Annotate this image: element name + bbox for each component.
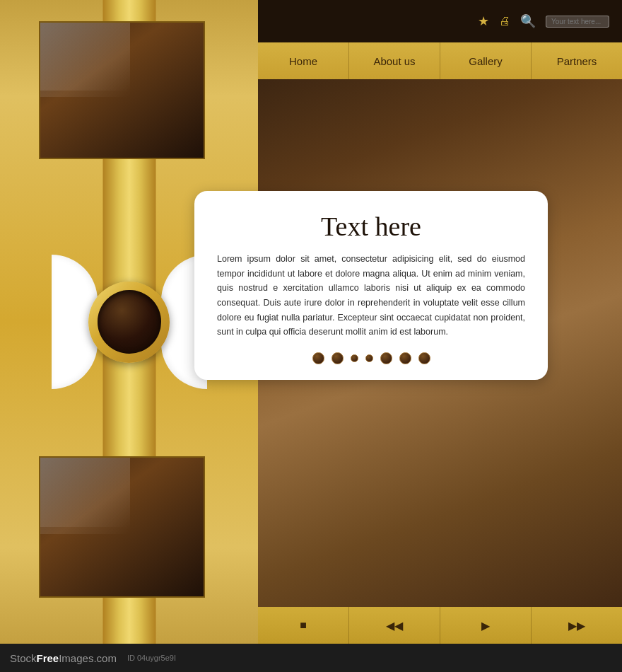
nav-item-partners[interactable]: Partners [532,42,622,79]
page-wrapper: ★ 🖨 🔍 Home About us Gallery Partners Tex… [0,0,622,672]
dot-4[interactable] [365,354,373,362]
circle-dark-center [98,290,161,354]
content-title: Text here [217,211,525,242]
nav-item-about[interactable]: About us [349,42,440,79]
watermark-id: ID 04uygr5e9I [127,654,176,662]
watermark-text: StockFreeImages.com [10,652,117,664]
bottom-photo-frame [39,456,205,598]
dot-7[interactable] [418,352,430,364]
header-bar: ★ 🖨 🔍 [258,0,622,42]
right-panel: ★ 🖨 🔍 Home About us Gallery Partners Tex… [258,0,622,644]
print-icon[interactable]: 🖨 [499,15,510,28]
rewind-button[interactable]: ◀◀ [349,607,440,644]
circle-gold-ring [88,282,170,363]
content-box: Text here Lorem ipsum dolor sit amet, co… [194,191,548,380]
dot-indicators [217,352,525,364]
watermark-bar: StockFreeImages.com ID 04uygr5e9I [0,644,622,672]
stop-button[interactable]: ■ [258,607,349,644]
search-input[interactable] [546,16,609,28]
dot-6[interactable] [399,352,411,364]
fast-forward-button[interactable]: ▶▶ [532,607,622,644]
top-photo-frame [39,21,205,159]
circle-assembly [59,258,200,386]
dot-3[interactable] [351,354,358,362]
play-button[interactable]: ▶ [440,607,532,644]
player-bar: ■ ◀◀ ▶ ▶▶ [258,607,622,644]
nav-bar: Home About us Gallery Partners [258,42,622,79]
nav-item-home[interactable]: Home [258,42,349,79]
search-icon[interactable]: 🔍 [520,13,536,29]
content-body: Lorem ipsum dolor sit amet, consectetur … [217,252,525,340]
star-icon[interactable]: ★ [478,13,489,29]
dot-1[interactable] [312,352,324,364]
dot-5[interactable] [380,352,392,364]
nav-item-gallery[interactable]: Gallery [440,42,532,79]
dot-2[interactable] [331,352,344,364]
